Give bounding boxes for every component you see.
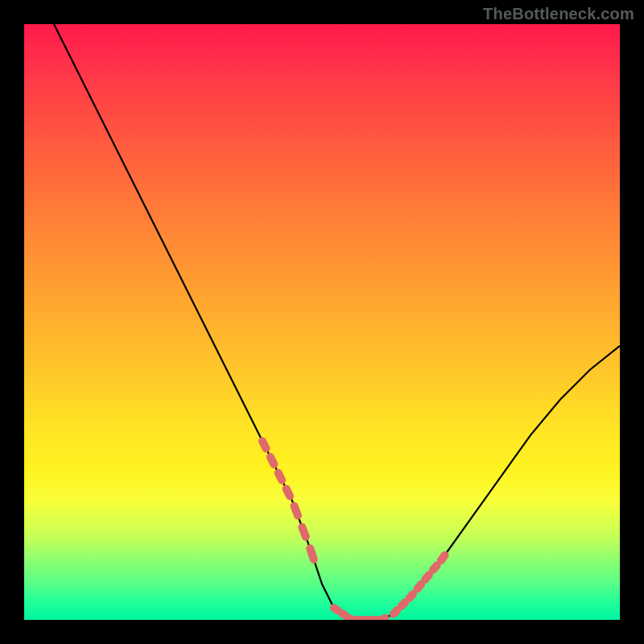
highlight-dash <box>279 473 283 481</box>
highlight-dash <box>382 618 386 620</box>
highlight-dash <box>342 613 346 616</box>
highlight-dash <box>425 575 429 579</box>
watermark-text: TheBottleneck.com <box>483 5 634 23</box>
highlight-dash <box>394 610 398 614</box>
highlight-dash <box>262 441 266 448</box>
highlight-dash <box>417 584 421 588</box>
curve-layer <box>24 24 620 620</box>
highlight-dash <box>287 489 291 496</box>
highlight-dash <box>334 608 338 610</box>
highlight-markers <box>262 441 445 620</box>
plot-area <box>24 24 620 620</box>
highlight-dash <box>295 506 299 516</box>
highlight-dash <box>433 566 437 570</box>
highlight-dash <box>302 527 306 537</box>
highlight-dash <box>441 555 445 560</box>
chart-frame: TheBottleneck.com <box>0 0 644 644</box>
highlight-dash <box>410 594 414 598</box>
highlight-dash <box>310 548 314 559</box>
highlight-dash <box>270 457 275 464</box>
highlight-dash <box>402 602 406 606</box>
highlight-dash <box>350 618 354 620</box>
bottleneck-curve <box>54 24 620 620</box>
